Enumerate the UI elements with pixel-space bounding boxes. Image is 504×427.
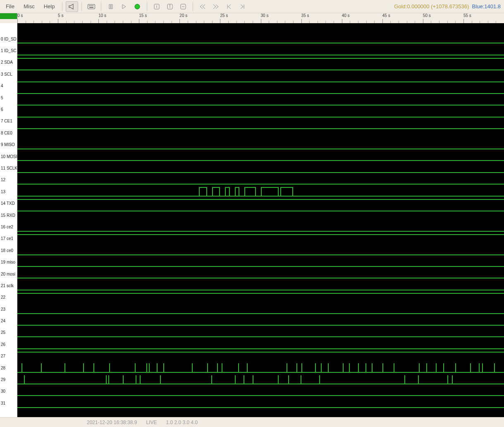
channel-row[interactable] (17, 186, 504, 197)
zoom-in-icon[interactable] (150, 1, 163, 12)
channel-label[interactable]: 11 SCLK (0, 162, 17, 174)
channel-row[interactable] (17, 33, 504, 45)
spike (443, 363, 444, 372)
channel-label[interactable]: 17 ce1 (0, 233, 17, 245)
waveform-canvas[interactable] (17, 23, 504, 417)
channel-row[interactable] (17, 374, 504, 386)
channel-row[interactable] (17, 209, 504, 221)
channel-label[interactable]: 18 ce0 (0, 245, 17, 256)
channel-row[interactable] (17, 139, 504, 151)
spike (494, 363, 495, 372)
ruler-origin-marker (0, 13, 17, 19)
channel-row[interactable] (17, 92, 504, 103)
zoom-fit-icon[interactable] (177, 1, 189, 12)
channel-label[interactable]: 28 (0, 362, 17, 374)
channel-label[interactable]: 7 CE1 (0, 115, 17, 127)
spike (452, 375, 453, 384)
channel-row[interactable] (17, 350, 504, 362)
channel-label[interactable]: 30 (0, 386, 17, 397)
trace-line (17, 70, 504, 70)
channel-label[interactable]: 19 miso (0, 256, 17, 268)
channel-label[interactable]: 26 (0, 338, 17, 350)
svg-rect-4 (93, 5, 93, 6)
channel-row[interactable] (17, 397, 504, 409)
channel-label[interactable]: 31 (0, 397, 17, 409)
go-end-icon[interactable] (236, 1, 248, 12)
channel-row[interactable] (17, 292, 504, 303)
trace-line (17, 82, 504, 82)
channel-label[interactable]: 8 CE0 (0, 127, 17, 139)
channel-label[interactable]: 12 (0, 174, 17, 186)
channel-label[interactable]: 21 sclk (0, 280, 17, 291)
next-page-icon[interactable] (210, 1, 222, 12)
channel-label[interactable]: 10 MOSI (0, 151, 17, 162)
channel-label[interactable]: 27 (0, 350, 17, 362)
separator (147, 2, 147, 11)
channel-row[interactable] (17, 303, 504, 315)
channel-row[interactable] (17, 115, 504, 127)
channel-row[interactable] (17, 233, 504, 245)
time-ruler[interactable]: 0 s5 s10 s15 s20 s25 s30 s35 s40 s45 s50… (0, 13, 504, 23)
ruler-tick: 40 s (342, 13, 350, 18)
channel-row[interactable] (17, 162, 504, 174)
channel-label[interactable]: 25 (0, 327, 17, 338)
channel-row[interactable] (17, 245, 504, 256)
zoom-out-icon[interactable] (164, 1, 176, 12)
channel-row[interactable] (17, 315, 504, 327)
play-icon[interactable] (118, 1, 130, 12)
channel-row[interactable] (17, 280, 504, 291)
channel-label[interactable]: 2 SDA (0, 57, 17, 68)
menu-file[interactable]: File (2, 2, 19, 11)
channel-label[interactable]: 14 TXD (0, 197, 17, 209)
channel-row[interactable] (17, 174, 504, 186)
spike (83, 363, 84, 372)
channel-label[interactable]: 20 mosi (0, 268, 17, 280)
channel-row[interactable] (17, 386, 504, 397)
channel-row[interactable] (17, 80, 504, 92)
spike (123, 375, 124, 384)
ruler-track[interactable]: 0 s5 s10 s15 s20 s25 s30 s35 s40 s45 s50… (17, 13, 504, 23)
channel-label[interactable]: 3 SCL (0, 68, 17, 80)
channel-row[interactable] (17, 327, 504, 338)
channel-label[interactable]: 5 (0, 92, 17, 103)
channel-row[interactable] (17, 103, 504, 115)
channel-label[interactable]: 15 RXD (0, 209, 17, 221)
spike (418, 375, 419, 384)
announce-icon[interactable] (66, 1, 78, 12)
channel-row[interactable] (17, 151, 504, 162)
channel-row[interactable] (17, 257, 504, 268)
channel-row[interactable] (17, 198, 504, 209)
channel-label[interactable]: 23 (0, 303, 17, 315)
channel-label[interactable]: 0 ID_SD (0, 33, 17, 45)
gold-value: 0.000000 (407, 3, 429, 10)
channel-label[interactable]: 29 (0, 374, 17, 385)
channel-row[interactable] (17, 268, 504, 280)
keyboard-icon[interactable] (85, 1, 98, 12)
blue-label: Blue: (472, 3, 485, 10)
spike (382, 363, 383, 372)
channel-row[interactable] (17, 57, 504, 68)
channel-row[interactable] (17, 68, 504, 80)
channel-label[interactable]: 4 (0, 80, 17, 92)
channel-row[interactable] (17, 127, 504, 139)
run-led-icon[interactable] (131, 1, 143, 12)
trace-line (17, 93, 504, 94)
channel-label[interactable]: 22 (0, 292, 17, 303)
channel-label[interactable]: 9 MISO (0, 139, 17, 151)
channel-row[interactable] (17, 338, 504, 350)
status-indices: 1.0 2.0 3.0 4.0 (166, 420, 198, 425)
pause-icon[interactable] (105, 1, 117, 12)
channel-label[interactable]: 13 (0, 186, 17, 197)
channel-row[interactable] (17, 362, 504, 374)
channel-label[interactable]: 24 (0, 315, 17, 326)
go-start-icon[interactable] (223, 1, 235, 12)
channel-label[interactable]: 6 (0, 103, 17, 115)
channel-label[interactable]: 16 ce2 (0, 221, 17, 233)
menu-misc[interactable]: Misc (19, 2, 39, 11)
prev-page-icon[interactable] (196, 1, 209, 12)
channel-row[interactable] (17, 221, 504, 233)
channel-label[interactable]: 1 ID_SC (0, 45, 17, 56)
menu-help[interactable]: Help (40, 2, 59, 11)
channel-row[interactable] (17, 45, 504, 56)
spike (372, 363, 373, 372)
